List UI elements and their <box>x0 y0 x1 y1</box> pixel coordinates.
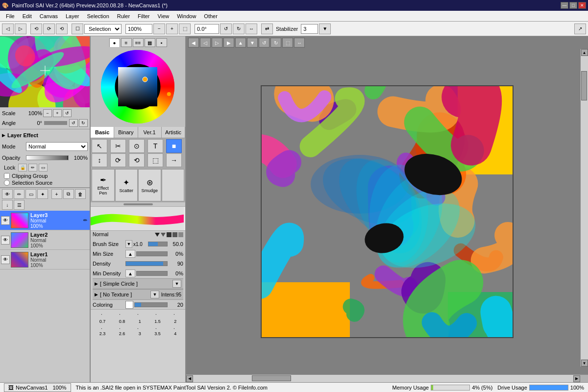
new-layer-btn[interactable]: 👁 <box>2 189 13 199</box>
tb-flip[interactable]: ↔ <box>245 24 257 34</box>
brush-tool-arrow[interactable]: → <box>166 153 182 167</box>
tb-angle-input[interactable] <box>195 24 219 34</box>
scale-minus[interactable]: − <box>43 109 52 117</box>
minimize-button[interactable]: — <box>561 2 568 9</box>
color-tab-sliders[interactable]: ≡ <box>121 38 132 47</box>
menu-window[interactable]: Window <box>173 12 200 20</box>
selection-source-radio[interactable] <box>4 180 10 186</box>
nav-btn-2[interactable]: ◁ <box>200 38 211 48</box>
menu-other[interactable]: Other <box>200 12 221 20</box>
min-size-slider[interactable] <box>136 251 168 256</box>
color-tab-grid[interactable]: ▦ <box>145 38 155 47</box>
close-button[interactable]: ✕ <box>578 2 586 9</box>
stabilizer-input[interactable] <box>301 24 318 34</box>
nav-btn-7[interactable]: ↺ <box>259 38 270 48</box>
brush-tool-fill[interactable]: ■ <box>166 139 182 153</box>
menu-canvas[interactable]: Canvas <box>36 12 62 20</box>
brush-tool-rotate[interactable]: ⟲ <box>129 153 145 167</box>
v-scrollbar[interactable]: ▲ ▼ <box>580 49 588 367</box>
clipping-group-checkbox[interactable] <box>4 173 10 179</box>
nav-btn-flip[interactable]: ↔ <box>294 38 305 48</box>
lock-all-icon[interactable]: 🔒 <box>18 164 27 172</box>
brush-tab-artistic[interactable]: Artistic <box>162 127 185 138</box>
layer-extra-btn[interactable]: ☰ <box>14 200 24 210</box>
scale-reset[interactable]: ↺ <box>63 109 72 117</box>
tb-undo[interactable]: ⟲ <box>30 24 42 34</box>
subtool-effect-pen[interactable]: ✒ Effect Pen <box>92 169 115 201</box>
nav-btn-5[interactable]: ▲ <box>235 38 246 48</box>
nav-btn-6[interactable]: ▼ <box>247 38 258 48</box>
h-scrollbar[interactable]: ◀ ▶ <box>186 374 588 382</box>
subtool-smudge[interactable]: ⊛ Smudge <box>138 169 161 201</box>
coloring-slider[interactable] <box>134 302 168 307</box>
layer-up-btn[interactable]: ▭ <box>25 189 36 199</box>
subtool-extra[interactable] <box>162 169 185 201</box>
tb-rotate-left[interactable]: ↺ <box>220 24 232 34</box>
nav-btn-1[interactable]: ◀ <box>188 38 199 48</box>
brush-tool-text[interactable]: T <box>147 139 163 153</box>
opacity-slider[interactable] <box>26 155 69 160</box>
h-scroll-right[interactable]: ▶ <box>573 375 580 382</box>
tb-zoom-fit[interactable]: ⬚ <box>179 24 191 34</box>
nav-btn-4[interactable]: ▶ <box>223 38 234 48</box>
menu-layer[interactable]: Layer <box>62 12 83 20</box>
h-scroll-thumb[interactable] <box>252 375 291 381</box>
color-tab-sliders2[interactable]: ≡≡ <box>133 38 144 47</box>
brush-tool-lasso[interactable]: ✂ <box>110 139 126 153</box>
shape-settings-btn[interactable]: ▼ <box>172 280 181 288</box>
subtool-scatter[interactable]: ✦ Scatter <box>115 169 138 201</box>
layer-delete-btn[interactable]: 🗑 <box>75 189 86 199</box>
layer-item-1[interactable]: 👁 Layer1 Normal 100% <box>0 250 90 270</box>
tb-back[interactable]: ◁ <box>2 24 14 34</box>
menu-file[interactable]: File <box>2 12 19 20</box>
brush-tab-basic[interactable]: Basic <box>91 127 114 138</box>
h-scroll-track[interactable] <box>193 375 573 382</box>
lock-fill-icon[interactable]: ▭ <box>39 164 48 172</box>
v-scroll-track[interactable] <box>581 56 588 359</box>
brush-tool-move[interactable]: ↕ <box>92 153 107 167</box>
brush-tab-binary[interactable]: Binary <box>114 127 138 138</box>
scale-plus[interactable]: + <box>53 109 62 117</box>
angle-cw[interactable]: ↻ <box>79 119 88 127</box>
density-slider[interactable] <box>125 261 168 266</box>
tb-zoom-plus[interactable]: + <box>166 24 178 34</box>
tb-symmetry[interactable]: ⇄ <box>261 24 273 34</box>
layer-item-2[interactable]: 👁 Layer2 Normal 100% <box>0 230 90 250</box>
menu-edit[interactable]: Edit <box>19 12 36 20</box>
color-wheel-container[interactable] <box>100 49 176 125</box>
color-tab-wheel[interactable]: ● <box>109 38 120 47</box>
v-scroll-up[interactable]: ▲ <box>581 49 588 56</box>
brush-tool-select[interactable]: ↖ <box>92 139 107 153</box>
nav-btn-9[interactable]: ⬚ <box>282 38 293 48</box>
layer-add-btn[interactable]: + <box>51 189 62 199</box>
tb-redo[interactable]: ⟳ <box>43 24 55 34</box>
menu-selection[interactable]: Selection <box>83 12 113 20</box>
color-tab-palette[interactable]: ▪ <box>156 38 167 47</box>
nav-btn-8[interactable]: ↻ <box>270 38 281 48</box>
tb-stabilizer-dropdown[interactable]: ▼ <box>319 24 331 34</box>
layer-fill-btn[interactable]: ✦ <box>37 189 48 199</box>
layer-item-3[interactable]: 👁 Layer3 Normal 100% ✏ <box>0 211 90 230</box>
brush-tool-circle[interactable]: ⊙ <box>129 139 145 153</box>
mode-select[interactable]: Normal Multiply Screen <box>26 142 88 151</box>
new-group-btn[interactable]: ✏ <box>14 189 24 199</box>
texture-settings-btn[interactable]: ▼ <box>150 291 159 298</box>
main-canvas[interactable] <box>261 85 514 338</box>
brush-tool-eyedrop[interactable]: ⬚ <box>147 153 163 167</box>
min-density-slider[interactable] <box>136 271 168 276</box>
layer-merge-btn[interactable]: ↓ <box>2 200 13 210</box>
layer2-eye[interactable]: 👁 <box>1 236 10 245</box>
maximize-button[interactable]: □ <box>569 2 577 9</box>
brush-size-dropdown[interactable]: ▼ <box>125 240 132 248</box>
layer-copy-btn[interactable]: ⧉ <box>63 189 74 199</box>
brush-size-slider[interactable] <box>148 242 168 246</box>
tb-zoom-minus[interactable]: − <box>153 24 165 34</box>
layer3-eye[interactable]: 👁 <box>1 216 10 225</box>
tb-forward[interactable]: ▷ <box>15 24 26 34</box>
color-wheel-canvas[interactable] <box>100 49 176 125</box>
v-scroll-thumb[interactable] <box>581 71 587 100</box>
nav-btn-3[interactable]: ▷ <box>212 38 222 48</box>
tb-selection-dropdown[interactable]: Selection <box>84 24 122 34</box>
texture-section-row[interactable]: ▶ [ No Texture ] ▼ Intens: 95 <box>93 289 183 300</box>
layer-effect-header[interactable]: ▶ Layer Effect <box>2 130 88 140</box>
